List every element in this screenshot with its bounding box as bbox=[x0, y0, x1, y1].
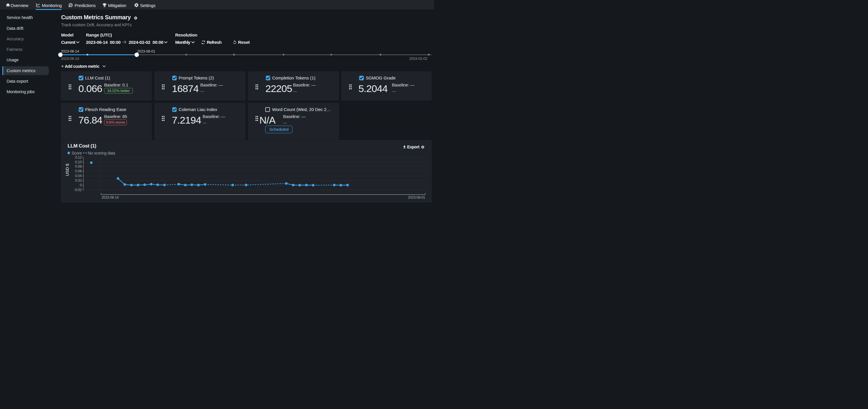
svg-text:2023-08-01: 2023-08-01 bbox=[408, 196, 425, 200]
svg-text:0.02: 0.02 bbox=[75, 178, 82, 182]
svg-text:0.04: 0.04 bbox=[75, 174, 82, 178]
svg-text:0.08: 0.08 bbox=[75, 165, 82, 169]
svg-text:0: 0 bbox=[80, 183, 82, 187]
svg-text:0.12: 0.12 bbox=[75, 156, 82, 160]
svg-text:USD $: USD $ bbox=[65, 163, 70, 176]
svg-text:-0.02: -0.02 bbox=[74, 188, 82, 192]
svg-text:0.06: 0.06 bbox=[75, 169, 82, 173]
svg-text:2023-06-14: 2023-06-14 bbox=[101, 196, 119, 200]
svg-text:0.10: 0.10 bbox=[75, 160, 82, 164]
